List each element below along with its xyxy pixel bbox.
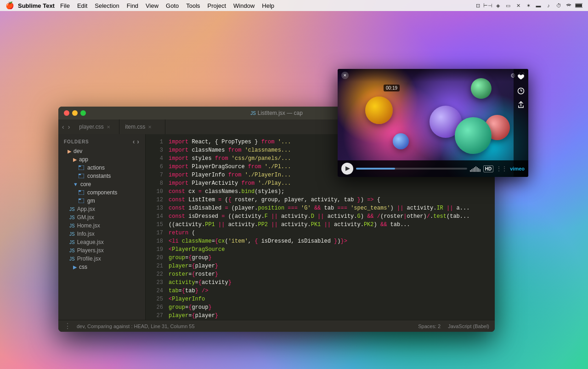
sidebar-item-app-label: app [79,156,88,163]
video-progress-fill [356,168,395,170]
sidebar-item-actions[interactable]: actions [58,164,145,172]
code-line-11: 10 const cx = classNames.bind(styles); [146,187,495,196]
minimize-button[interactable] [72,110,78,116]
tab-item-css[interactable]: item.css ✕ [119,119,165,134]
status-spaces[interactable]: Spaces: 2 [418,324,441,329]
nav-prev[interactable]: ‹ [62,123,64,131]
code-line-9: 8 import PlayerActivity from './Play... [146,179,495,187]
sidebar-item-app-jsx[interactable]: JS App.jsx [58,205,145,213]
file-badge-app: JS [69,207,75,212]
file-badge-league: JS [69,240,75,245]
sidebar-header: FOLDERS ‹ › [58,134,145,147]
folder-icon-css: ▶ [73,264,77,270]
dropbox-icon: ◈ [494,2,502,9]
vol-bar-5 [475,166,476,172]
sidebar-item-components-label: components [87,189,117,196]
menubar: 🍎 Sublime Text File Edit Selection Find … [0,0,588,11]
code-line-13: 12 const ListItem = ({ roster, group, pl… [146,196,495,204]
video-share-button[interactable] [515,99,526,110]
folders-label: FOLDERS [64,139,89,144]
video-play-button[interactable] [341,163,353,175]
sidebar-item-gm[interactable]: gm [58,197,145,205]
video-player: ✕ ⚙ ⛶ 00:19 [338,69,528,177]
sidebar-item-profile-jsx[interactable]: JS Profile.jsx [58,255,145,263]
menu-edit[interactable]: Edit [74,2,91,9]
file-badge-profile: JS [69,256,75,261]
menu-goto[interactable]: Goto [162,2,182,9]
sidebar-item-players-jsx[interactable]: JS Players.jsx [58,246,145,255]
code-line-27: 26 group={group} [146,303,495,312]
status-syntax[interactable]: JavaScript (Babel) [448,324,489,329]
apple-menu[interactable]: 🍎 [6,1,14,10]
sidebar-item-constants[interactable]: constants [58,172,145,180]
file-badge-info: JS [69,232,75,237]
sidebar: FOLDERS ‹ › ▶ dev ▶ app actions constan [58,134,146,320]
menubar-right: ⊡ ⊢⊣ ◈ ▭ ✕ ✶ ▬ ♪ ⏱ [474,2,582,9]
video-ball-yellow [365,97,393,124]
sidebar-item-constants-label: constants [87,173,111,179]
sidebar-item-css[interactable]: ▶ css [58,263,145,271]
video-heart-button[interactable] [515,72,526,83]
sidebar-item-gm-jsx-label: GM.jsx [77,214,94,221]
menu-tools[interactable]: Tools [182,2,204,9]
code-line-21: 20 group={group} [146,254,495,262]
sidebar-item-info-jsx-label: Info.jsx [77,231,95,237]
code-line-14: 13 const isDisabled = (player.position =… [146,204,495,212]
sidebar-item-app-jsx-label: App.jsx [77,206,95,212]
sidebar-nav-next[interactable]: › [137,138,140,145]
tab-player-css-close[interactable]: ✕ [107,125,110,130]
bluetooth-icon: ✶ [525,2,532,9]
nav-next[interactable]: › [68,123,70,131]
sidebar-item-actions-label: actions [87,165,105,171]
play-triangle-icon [345,166,350,171]
close-button[interactable] [64,110,69,116]
tab-player-css[interactable]: player.css ✕ [74,119,119,134]
menu-file[interactable]: File [57,2,74,9]
svg-rect-8 [79,190,81,192]
svg-rect-1 [576,4,582,7]
title-icon: JS [250,111,256,116]
sidebar-item-components[interactable]: components [58,188,145,197]
maximize-button[interactable] [80,110,86,116]
video-top-bar: ✕ ⚙ ⛶ [338,69,528,82]
sidebar-item-dev[interactable]: ▶ dev [58,147,145,155]
sidebar-item-gm-label: gm [87,198,95,204]
menu-window[interactable]: Window [230,2,258,9]
menu-selection[interactable]: Selection [91,2,123,9]
keyboard-icon: ▬ [535,2,542,9]
battery-status-icon [575,2,582,9]
menu-project[interactable]: Project [204,2,230,9]
video-progress-bar[interactable] [356,168,467,170]
vol-bar-1 [470,170,471,172]
traffic-lights [64,110,86,116]
sidebar-item-gm-jsx[interactable]: JS GM.jsx [58,213,145,221]
wifi-icon [565,2,572,9]
sidebar-item-core[interactable]: ▼ core [58,180,145,188]
folder-icon-core: ▼ [73,182,78,187]
code-line-19: 18 <li className={cx('item', { isDressed… [146,237,495,245]
sidebar-item-info-jsx[interactable]: JS Info.jsx [58,230,145,238]
sidebar-nav-prev[interactable]: ‹ [133,138,136,145]
sidebar-item-league-jsx[interactable]: JS League.jsx [58,238,145,246]
sidebar-item-app[interactable]: ▶ app [58,155,145,164]
menu-help[interactable]: Help [258,2,278,9]
code-line-28: 27 player={player} [146,312,495,320]
menu-view[interactable]: View [142,2,162,9]
sidebar-item-league-jsx-label: League.jsx [77,239,104,245]
code-line-23: 22 roster={roster} [146,270,495,278]
display-icon: ▭ [504,2,512,9]
sidebar-item-dev-label: dev [74,148,82,154]
status-dots: ⋮ [64,322,71,330]
vol-bar-7 [478,168,479,172]
sidebar-item-home-jsx[interactable]: JS Home.jsx [58,221,145,230]
app-name[interactable]: Sublime Text [18,2,55,9]
sidebar-item-players-jsx-label: Players.jsx [77,247,104,254]
menubar-items: File Edit Selection Find View Goto Tools… [57,2,278,9]
menu-find[interactable]: Find [123,2,142,9]
video-timestamp: 00:19 [384,85,400,91]
video-close-button[interactable]: ✕ [341,72,349,79]
file-badge-gm: JS [69,215,75,220]
video-clock-button[interactable] [515,85,526,97]
tab-item-css-close[interactable]: ✕ [148,125,152,130]
volume-indicator [470,165,481,172]
